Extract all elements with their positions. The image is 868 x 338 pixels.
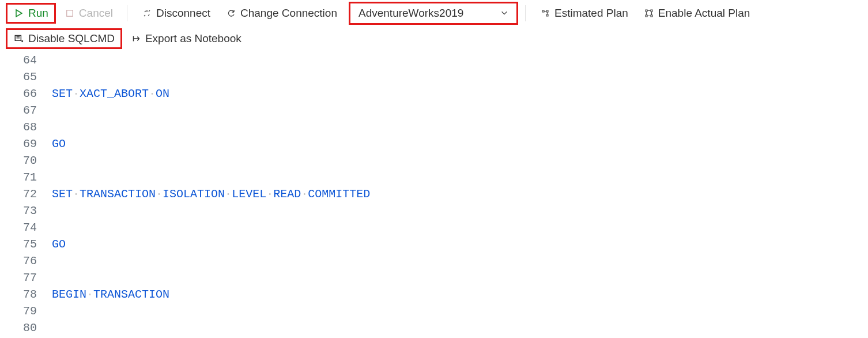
run-button[interactable]: Run — [6, 3, 56, 24]
line-number: 64 — [12, 52, 37, 69]
separator — [525, 5, 526, 21]
disable-sqlcmd-button[interactable]: Disable SQLCMD — [6, 28, 122, 49]
disconnect-icon — [141, 7, 153, 19]
line-number-gutter: 64 65 66 67 68 69 70 71 72 73 74 75 76 7… — [0, 52, 52, 338]
code-line: BEGIN·TRANSACTION — [52, 286, 868, 303]
line-number: 65 — [12, 69, 37, 85]
sql-editor[interactable]: 64 65 66 67 68 69 70 71 72 73 74 75 76 7… — [0, 51, 868, 338]
code-area[interactable]: SET·XACT_ABORT·ON GO SET·TRANSACTION·ISO… — [52, 52, 868, 338]
actual-plan-label: Enable Actual Plan — [658, 7, 750, 20]
change-connection-label: Change Connection — [240, 7, 337, 20]
disconnect-button[interactable]: Disconnect — [134, 3, 217, 23]
export-notebook-label: Export as Notebook — [145, 32, 241, 45]
line-number: 70 — [12, 152, 37, 169]
line-number: 68 — [12, 119, 37, 136]
actual-plan-icon — [643, 7, 655, 19]
line-number: 69 — [12, 136, 37, 152]
actual-plan-button[interactable]: Enable Actual Plan — [636, 3, 757, 23]
query-toolbar-row2: Disable SQLCMD Export as Notebook — [0, 27, 868, 51]
code-line: GO — [52, 136, 868, 152]
chevron-down-icon — [500, 7, 508, 20]
line-number: 72 — [12, 186, 37, 202]
change-connection-button[interactable]: Change Connection — [218, 3, 344, 23]
sqlcmd-icon — [13, 33, 25, 44]
line-number: 67 — [12, 102, 37, 119]
line-number: 74 — [12, 219, 37, 236]
query-toolbar: Run Cancel Disconnect Change Connection … — [0, 0, 868, 27]
separator — [127, 5, 127, 21]
code-line: GO — [52, 236, 868, 253]
line-number: 79 — [12, 303, 37, 320]
database-selected: AdventureWorks2019 — [358, 7, 463, 20]
code-line: SET·XACT_ABORT·ON — [52, 85, 868, 102]
estimated-plan-icon — [539, 7, 551, 19]
line-number: 66 — [12, 85, 37, 102]
estimated-plan-label: Estimated Plan — [554, 7, 628, 20]
line-number: 78 — [12, 286, 37, 303]
estimated-plan-button[interactable]: Estimated Plan — [533, 3, 635, 23]
play-icon — [13, 7, 25, 19]
disconnect-label: Disconnect — [156, 7, 210, 20]
run-label: Run — [28, 7, 48, 20]
cancel-button: Cancel — [57, 3, 120, 23]
stop-icon — [64, 7, 76, 19]
svg-rect-0 — [67, 10, 73, 17]
line-number: 77 — [12, 269, 37, 286]
code-line: SET·TRANSACTION·ISOLATION·LEVEL·READ·COM… — [52, 186, 868, 202]
change-connection-icon — [225, 7, 237, 19]
export-icon — [130, 33, 142, 44]
line-number: 73 — [12, 202, 37, 219]
disable-sqlcmd-label: Disable SQLCMD — [28, 32, 115, 45]
line-number: 71 — [12, 169, 37, 186]
line-number: 80 — [12, 320, 37, 336]
line-number: 75 — [12, 236, 37, 253]
export-notebook-button[interactable]: Export as Notebook — [123, 29, 248, 48]
database-dropdown[interactable]: AdventureWorks2019 — [349, 2, 518, 25]
line-number: 76 — [12, 253, 37, 269]
cancel-label: Cancel — [79, 7, 113, 20]
